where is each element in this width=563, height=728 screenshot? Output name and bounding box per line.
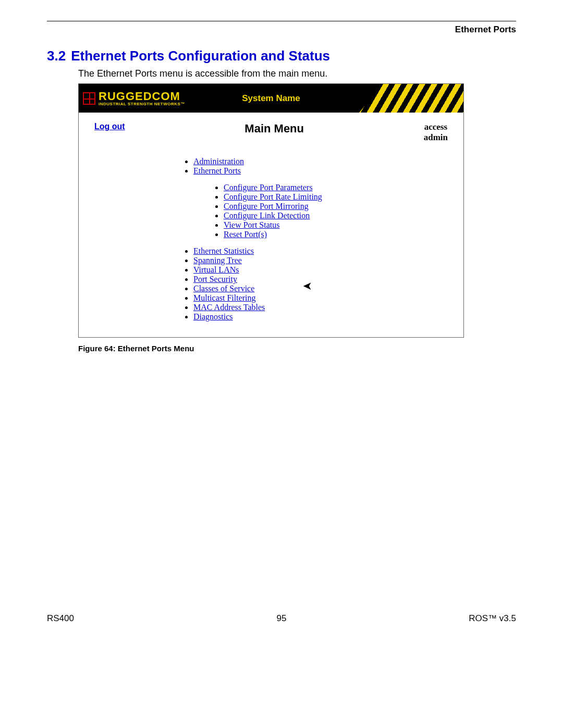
submenu-item: Configure Link Detection (224, 211, 448, 220)
link-ethernet-statistics[interactable]: Ethernet Statistics (193, 246, 254, 255)
submenu-item: Configure Port Rate Limiting (224, 192, 448, 202)
footer-model: RS400 (47, 613, 203, 624)
screenshot-figure: RUGGEDCOM INDUSTRIAL STRENGTH NETWORKS™ … (78, 83, 464, 338)
link-configure-port-rate-limiting[interactable]: Configure Port Rate Limiting (224, 192, 322, 201)
app-body: Log out Main Menu access admin Administr… (79, 113, 463, 337)
brand-tagline: INDUSTRIAL STRENGTH NETWORKS™ (99, 102, 185, 106)
link-configure-port-parameters[interactable]: Configure Port Parameters (224, 183, 313, 192)
menu-item: Port Security (193, 275, 448, 284)
section-title: Ethernet Ports Configuration and Status (71, 48, 330, 64)
submenu-item: Configure Port Parameters (224, 183, 448, 192)
menu-item: Virtual LANs (193, 265, 448, 275)
system-name: System Name (242, 93, 300, 104)
section-intro: The Ethernet Ports menu is accessible fr… (78, 68, 516, 79)
menu-item: Classes of Service (193, 284, 448, 293)
page-footer: RS400 95 ROS™ v3.5 (47, 613, 516, 634)
submenu-item: View Port Status (224, 220, 448, 230)
brand-name: RUGGEDCOM (99, 91, 185, 102)
page-header-label: Ethernet Ports (47, 24, 516, 35)
figure-caption: Figure 64: Ethernet Ports Menu (78, 344, 516, 353)
menu-item: Spanning Tree (193, 256, 448, 265)
cursor-icon: ➤ (303, 279, 312, 293)
access-label: access (424, 122, 448, 132)
link-diagnostics[interactable]: Diagnostics (193, 312, 233, 321)
logout-link[interactable]: Log out (94, 122, 125, 131)
link-configure-port-mirroring[interactable]: Configure Port Mirroring (224, 202, 309, 211)
link-administration[interactable]: Administration (193, 157, 244, 166)
menu-item: Multicast Filtering (193, 293, 448, 303)
menu-item: MAC Address Tables (193, 303, 448, 312)
brand-logo: RUGGEDCOM INDUSTRIAL STRENGTH NETWORKS™ (79, 91, 185, 106)
footer-version: ROS™ v3.5 (360, 613, 516, 624)
link-mac-address-tables[interactable]: MAC Address Tables (193, 303, 265, 312)
footer-page-number: 95 (203, 613, 360, 624)
submenu-item: Configure Port Mirroring (224, 202, 448, 211)
link-spanning-tree[interactable]: Spanning Tree (193, 256, 242, 265)
section-heading: 3.2Ethernet Ports Configuration and Stat… (47, 48, 516, 64)
access-indicator: access admin (424, 122, 448, 142)
menu-item: Ethernet Statistics (193, 246, 448, 256)
link-port-security[interactable]: Port Security (193, 275, 237, 283)
ruggedcom-icon (83, 92, 95, 105)
link-reset-ports[interactable]: Reset Port(s) (224, 230, 267, 239)
menu-item: Diagnostics (193, 312, 448, 322)
submenu-item: Reset Port(s) (224, 230, 448, 239)
section-number: 3.2 (47, 48, 66, 64)
app-header: RUGGEDCOM INDUSTRIAL STRENGTH NETWORKS™ … (79, 84, 463, 113)
menu-item-ethernet-ports: Ethernet Ports Configure Port Parameters… (193, 166, 448, 239)
page-title: Main Menu (125, 122, 424, 135)
link-virtual-lans[interactable]: Virtual LANs (193, 265, 239, 274)
main-menu: Administration Ethernet Ports Configure … (94, 157, 448, 322)
link-multicast-filtering[interactable]: Multicast Filtering (193, 293, 256, 302)
hazard-stripe-icon (359, 84, 463, 113)
menu-item-administration: Administration (193, 157, 448, 166)
link-configure-link-detection[interactable]: Configure Link Detection (224, 211, 310, 220)
link-view-port-status[interactable]: View Port Status (224, 220, 279, 229)
access-role: admin (424, 132, 448, 143)
link-ethernet-ports[interactable]: Ethernet Ports (193, 166, 241, 175)
link-classes-of-service[interactable]: Classes of Service (193, 284, 254, 293)
